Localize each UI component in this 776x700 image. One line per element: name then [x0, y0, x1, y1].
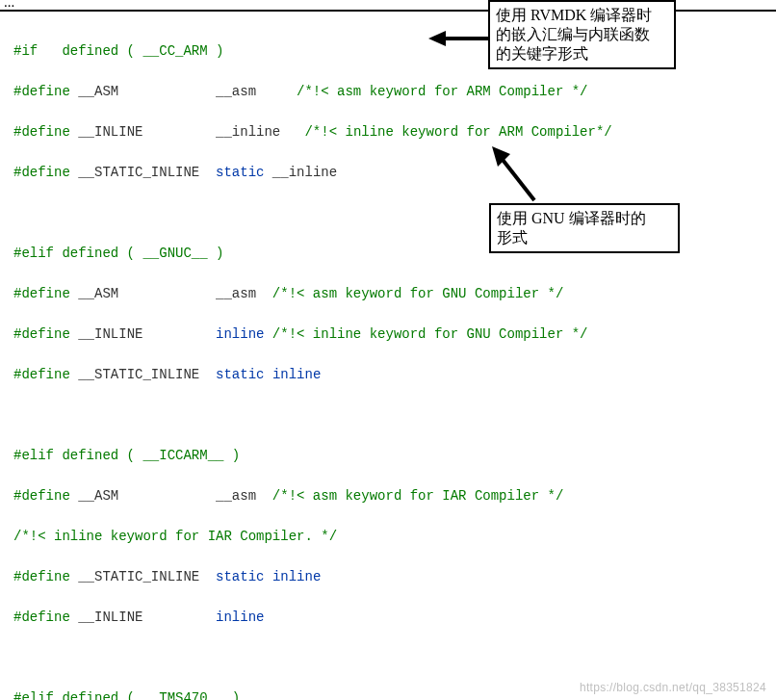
- callout-line: 使用 GNU 编译器时的: [497, 209, 672, 228]
- blank-line: [13, 648, 763, 668]
- callout-line: 形式: [497, 228, 672, 247]
- pp: #define: [13, 84, 78, 99]
- truncated-header-text: ...: [4, 0, 14, 11]
- cm: /*!< inline keyword for GNU Compiler */: [272, 326, 588, 342]
- code-area: #if defined ( __CC_ARM ) #define __ASM _…: [0, 12, 776, 700]
- pp: #elif defined ( __GNUC__ ): [13, 246, 223, 261]
- txt: __INLINE __inline: [78, 124, 304, 140]
- cm: /*!< inline keyword for ARM Compiler*/: [304, 124, 611, 140]
- txt: __STATIC_INLINE: [78, 367, 216, 382]
- code-line: /*!< inline keyword for IAR Compiler. */: [13, 527, 763, 547]
- pp: #if defined ( __CC_ARM ): [13, 43, 223, 59]
- txt: [264, 569, 272, 584]
- callout-gnu: 使用 GNU 编译器时的 形式: [489, 203, 680, 253]
- txt: __inline: [264, 165, 337, 180]
- callout-line: 的嵌入汇编与内联函数: [496, 25, 668, 44]
- cm: /*!< asm keyword for GNU Compiler */: [272, 286, 563, 301]
- cm: /*!< asm keyword for ARM Compiler */: [297, 84, 587, 99]
- pp: #define: [13, 488, 78, 504]
- pp: #define: [13, 367, 78, 382]
- pp: #define: [13, 124, 78, 140]
- svg-line-2: [500, 156, 534, 200]
- cm: /*!< inline keyword for IAR Compiler. */: [13, 529, 337, 544]
- code-line: #define __ASM __asm /*!< asm keyword for…: [13, 82, 763, 102]
- kw: static: [216, 569, 264, 584]
- pp: #define: [13, 165, 78, 180]
- pp: #define: [13, 286, 78, 301]
- callout-line: 的关键字形式: [496, 44, 668, 64]
- txt: __INLINE: [78, 326, 216, 342]
- kw: inline: [216, 326, 272, 342]
- pp: #define: [13, 326, 78, 342]
- code-line: #define __ASM __asm /*!< asm keyword for…: [13, 486, 763, 506]
- txt: [264, 367, 272, 382]
- kw: static: [216, 165, 264, 180]
- code-line: #define __INLINE inline /*!< inline keyw…: [13, 324, 763, 345]
- txt: __STATIC_INLINE: [78, 569, 216, 584]
- kw: inline: [272, 367, 321, 382]
- txt: __ASM __asm: [78, 84, 297, 99]
- pp: #elif defined ( __TMS470__ ): [13, 690, 240, 700]
- pp: #elif defined ( __ICCARM__ ): [13, 448, 240, 463]
- arrow-rvmdk: [428, 27, 491, 50]
- callout-rvmdk: 使用 RVMDK 编译器时 的嵌入汇编与内联函数 的关键字形式: [488, 0, 676, 69]
- cm: /*!< asm keyword for IAR Compiler */: [272, 488, 563, 504]
- kw: inline: [216, 609, 264, 625]
- code-line: #define __INLINE inline: [13, 608, 763, 628]
- code-line: #define __STATIC_INLINE static inline: [13, 567, 763, 587]
- kw: inline: [272, 569, 321, 584]
- txt: __ASM __asm: [78, 286, 272, 301]
- code-line: #define __INLINE __inline /*!< inline ke…: [13, 122, 763, 143]
- svg-marker-1: [428, 31, 446, 46]
- watermark: https://blog.csdn.net/qq_38351824: [580, 681, 766, 694]
- txt: __ASM __asm: [78, 488, 272, 504]
- arrow-gnu: [486, 143, 554, 205]
- pp: #define: [13, 609, 78, 625]
- pp: #define: [13, 569, 78, 584]
- code-line: #define __STATIC_INLINE static __inline: [13, 163, 763, 183]
- code-line: #define __ASM __asm /*!< asm keyword for…: [13, 284, 763, 304]
- txt: __STATIC_INLINE: [78, 165, 216, 180]
- txt: __INLINE: [78, 609, 216, 625]
- code-line: #define __STATIC_INLINE static inline: [13, 365, 763, 385]
- code-line: #elif defined ( __ICCARM__ ): [13, 446, 763, 466]
- callout-line: 使用 RVMDK 编译器时: [496, 6, 668, 25]
- blank-line: [13, 405, 763, 426]
- kw: static: [216, 367, 264, 382]
